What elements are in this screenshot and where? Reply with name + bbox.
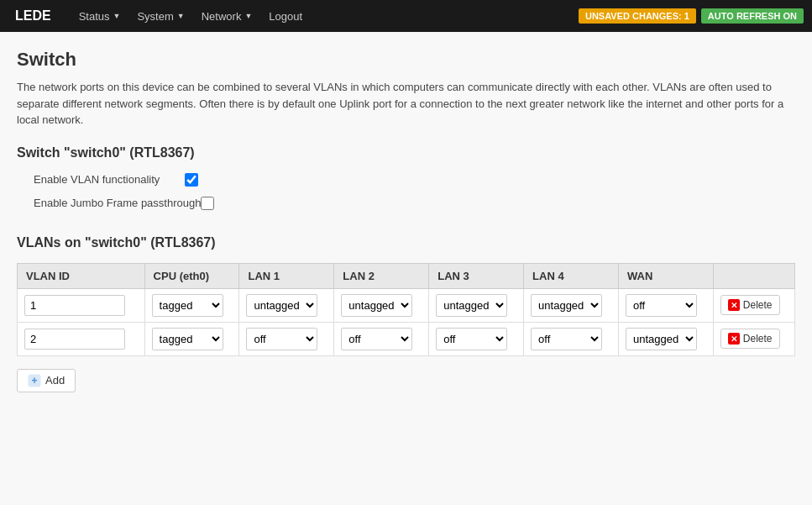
navbar-right: UNSAVED CHANGES: 1 AUTO REFRESH ON bbox=[579, 8, 804, 24]
delete-label: Delete bbox=[743, 299, 773, 311]
col-vlan-id: VLAN ID bbox=[18, 263, 145, 288]
col-cpu: CPU (eth0) bbox=[144, 263, 239, 288]
enable-jumbo-checkbox[interactable] bbox=[201, 197, 214, 210]
nav-status[interactable]: Status ▼ bbox=[71, 0, 129, 32]
unsaved-changes-badge: UNSAVED CHANGES: 1 bbox=[579, 8, 696, 24]
vlan-id-input-0[interactable] bbox=[24, 295, 125, 316]
col-lan3: LAN 3 bbox=[429, 263, 524, 288]
nav-network[interactable]: Network ▼ bbox=[193, 0, 261, 32]
lan1-select-0[interactable]: offuntaggedtagged bbox=[246, 294, 317, 317]
delete-row-1-button[interactable]: ✕Delete bbox=[720, 329, 780, 349]
wan-select-0[interactable]: offuntaggedtagged bbox=[626, 294, 697, 317]
add-vlan-button[interactable]: + Add bbox=[17, 369, 76, 392]
auto-refresh-badge: AUTO REFRESH ON bbox=[701, 8, 804, 24]
lan2-select-1[interactable]: offuntaggedtagged bbox=[341, 328, 412, 350]
table-row: offuntaggedtaggedoffuntaggedtaggedoffunt… bbox=[18, 322, 795, 355]
nav-system-arrow: ▼ bbox=[177, 12, 185, 20]
main-content: Switch The network ports on this device … bbox=[0, 32, 812, 409]
enable-jumbo-label: Enable Jumbo Frame passthrough bbox=[34, 197, 201, 209]
nav-status-label: Status bbox=[79, 10, 110, 23]
col-lan2: LAN 2 bbox=[334, 263, 429, 288]
page-description: The network ports on this device can be … bbox=[17, 79, 795, 129]
nav-logout-label: Logout bbox=[269, 10, 302, 23]
vlan-table: VLAN ID CPU (eth0) LAN 1 LAN 2 LAN 3 LAN… bbox=[17, 263, 795, 356]
table-row: offuntaggedtaggedoffuntaggedtaggedoffunt… bbox=[18, 288, 795, 322]
col-wan: WAN bbox=[618, 263, 713, 288]
cpu-select-1[interactable]: offuntaggedtagged bbox=[152, 328, 223, 350]
nav-system-label: System bbox=[137, 10, 173, 23]
enable-vlan-checkbox[interactable] bbox=[185, 173, 198, 187]
delete-label: Delete bbox=[743, 333, 773, 345]
add-icon: + bbox=[28, 374, 41, 387]
lan1-select-1[interactable]: offuntaggedtagged bbox=[246, 328, 317, 350]
col-lan4: LAN 4 bbox=[524, 263, 619, 288]
nav-network-label: Network bbox=[202, 10, 242, 23]
brand-logo[interactable]: LEDE bbox=[8, 8, 58, 24]
enable-jumbo-group: Enable Jumbo Frame passthrough bbox=[34, 197, 795, 210]
vlan-section: VLANs on "switch0" (RTL8367) VLAN ID CPU… bbox=[17, 235, 795, 392]
vlan-id-input-1[interactable] bbox=[24, 329, 125, 350]
lan4-select-0[interactable]: offuntaggedtagged bbox=[531, 294, 602, 317]
vlan-section-title: VLANs on "switch0" (RTL8367) bbox=[17, 235, 795, 250]
switch-config-title: Switch "switch0" (RTL8367) bbox=[17, 145, 795, 160]
enable-vlan-group: Enable VLAN functionality bbox=[34, 173, 795, 187]
lan4-select-1[interactable]: offuntaggedtagged bbox=[531, 328, 602, 350]
col-actions bbox=[713, 263, 794, 288]
lan2-select-0[interactable]: offuntaggedtagged bbox=[341, 294, 412, 317]
wan-select-1[interactable]: offuntaggedtagged bbox=[626, 328, 697, 350]
svg-text:+: + bbox=[31, 375, 37, 387]
vlan-table-header: VLAN ID CPU (eth0) LAN 1 LAN 2 LAN 3 LAN… bbox=[18, 263, 795, 288]
nav-status-arrow: ▼ bbox=[113, 12, 121, 20]
delete-icon: ✕ bbox=[728, 333, 740, 345]
add-label: Add bbox=[45, 374, 65, 387]
lan3-select-0[interactable]: offuntaggedtagged bbox=[436, 294, 507, 317]
delete-icon: ✕ bbox=[728, 299, 740, 311]
nav-network-arrow: ▼ bbox=[244, 12, 252, 20]
enable-vlan-label: Enable VLAN functionality bbox=[34, 173, 185, 186]
delete-row-0-button[interactable]: ✕Delete bbox=[720, 295, 780, 315]
page-title: Switch bbox=[17, 49, 795, 71]
navbar: LEDE Status ▼ System ▼ Network ▼ Logout … bbox=[0, 0, 812, 32]
nav-system[interactable]: System ▼ bbox=[128, 0, 192, 32]
cpu-select-0[interactable]: offuntaggedtagged bbox=[152, 294, 223, 317]
col-lan1: LAN 1 bbox=[239, 263, 334, 288]
lan3-select-1[interactable]: offuntaggedtagged bbox=[436, 328, 507, 350]
nav-logout[interactable]: Logout bbox=[260, 0, 311, 32]
